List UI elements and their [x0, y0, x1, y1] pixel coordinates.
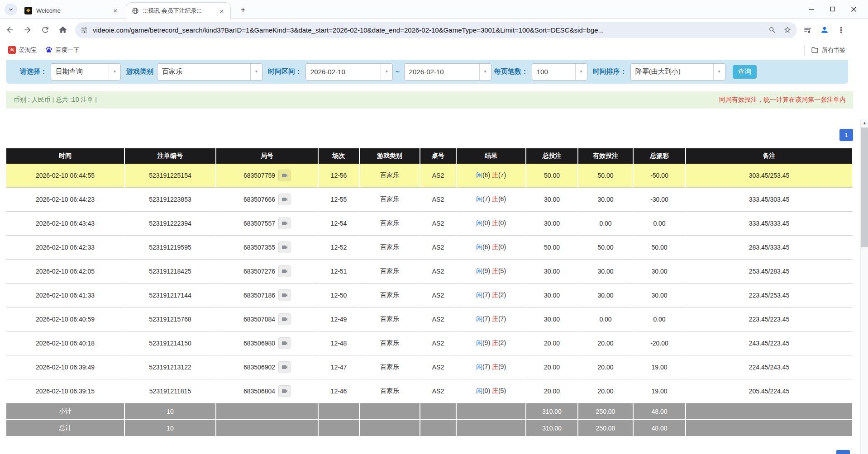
video-replay-button[interactable]: [278, 385, 291, 397]
query-type-select[interactable]: 日期查询 ▼: [51, 63, 121, 80]
table-cell: 小计: [6, 403, 125, 420]
time-range-label: 时间区间：: [268, 67, 302, 76]
table-cell: AS2: [420, 355, 457, 379]
table-cell: 百家乐: [360, 212, 420, 236]
video-replay-button[interactable]: [278, 241, 291, 253]
tab-close-icon[interactable]: ×: [218, 7, 226, 15]
reload-button[interactable]: [38, 22, 53, 38]
pagination-page-1-bottom[interactable]: 1: [836, 450, 850, 454]
table-cell: 20.00: [526, 331, 578, 355]
table-cell: AS2: [420, 379, 457, 403]
table-cell: 30.00: [634, 260, 686, 284]
page-scrollbar[interactable]: ▲: [860, 119, 868, 454]
menu-dots-icon[interactable]: ⋮: [837, 25, 845, 35]
table-cell: [420, 403, 457, 420]
video-replay-button[interactable]: [278, 337, 291, 349]
tab-bet-record[interactable]: :::视讯 会员下注纪录::: ×: [126, 2, 231, 19]
forward-button[interactable]: [20, 22, 35, 38]
scrollbar-up-arrow[interactable]: ▲: [861, 119, 868, 127]
home-button[interactable]: [55, 22, 71, 38]
table-cell: [319, 403, 360, 420]
table-cell: AS2: [420, 307, 457, 331]
table-cell: 30.00: [578, 260, 634, 284]
table-cell: 30.00: [526, 212, 578, 236]
table-cell: 30.00: [526, 188, 578, 212]
table-cell: 20.00: [526, 355, 578, 379]
column-header: 有效投注: [578, 148, 634, 164]
tab-search-button[interactable]: [5, 4, 17, 15]
bookmark-aitaobao[interactable]: 淘 爱淘宝: [8, 46, 37, 54]
time-sort-select[interactable]: 降幂(由大到小) ▼: [630, 63, 725, 80]
media-controls-icon[interactable]: [803, 26, 812, 34]
round-number: 683507557: [243, 220, 275, 227]
chevron-down-icon: [8, 6, 14, 13]
round-number: 683506902: [243, 364, 275, 371]
table-cell: 30.00: [526, 260, 578, 284]
profile-avatar-icon[interactable]: [820, 25, 829, 34]
table-cell: 303.45/253.45: [686, 164, 853, 188]
date-end-input[interactable]: 2026-02-10 ▼: [404, 63, 491, 80]
video-replay-button[interactable]: [278, 170, 291, 181]
table-cell: 310.00: [526, 403, 578, 420]
column-header: 桌号: [420, 148, 457, 164]
url-text: videoie.com/game/betrecord_search/kind3?…: [93, 26, 768, 34]
window-maximize-button[interactable]: [822, 0, 843, 18]
table-cell: 闲(0) 庄(0): [457, 212, 526, 236]
dropdown-arrow-icon: ▼: [250, 64, 262, 80]
table-cell: 523191222394: [125, 212, 216, 236]
table-cell: 百家乐: [360, 284, 420, 307]
per-page-select[interactable]: 100 ▼: [532, 63, 587, 80]
dropdown-arrow-icon: ▼: [575, 64, 587, 80]
table-cell: 333.45/303.45: [686, 188, 853, 212]
tab-close-icon[interactable]: ×: [111, 6, 119, 14]
tab-welcome[interactable]: Welcome ×: [19, 2, 124, 19]
game-type-label: 游戏类别: [126, 67, 153, 76]
select-type-label: 请选择：: [20, 67, 47, 76]
column-header: 结果: [457, 148, 526, 164]
video-replay-button[interactable]: [278, 218, 291, 229]
round-number: 683507186: [243, 292, 275, 299]
table-cell: 12-46: [319, 379, 360, 403]
game-type-select[interactable]: 百家乐 ▼: [157, 63, 262, 80]
table-cell: 683507276: [216, 260, 319, 284]
table-cell: 683507759: [216, 164, 319, 188]
table-sum-row: 小计10310.00250.0048.00: [6, 403, 853, 420]
back-button[interactable]: [2, 22, 18, 38]
all-bookmarks-button[interactable]: 所有书签: [804, 45, 845, 55]
table-cell: 百家乐: [360, 260, 420, 284]
address-bar[interactable]: videoie.com/game/betrecord_search/kind3?…: [75, 22, 797, 38]
table-cell: 2026-02-10 06:39:15: [6, 379, 125, 403]
table-cell: [319, 420, 360, 437]
window-minimize-button[interactable]: [801, 0, 822, 18]
table-cell: 闲(6) 庄(7): [457, 164, 526, 188]
table-cell: 683507557: [216, 212, 319, 236]
table-sum-row: 总计10310.00250.0048.00: [6, 420, 853, 437]
video-replay-button[interactable]: [278, 194, 291, 205]
bookmark-star-icon[interactable]: [783, 26, 792, 34]
table-cell: 2026-02-10 06:40:18: [6, 331, 125, 355]
video-replay-button[interactable]: [278, 289, 291, 301]
table-cell: 总计: [6, 420, 125, 437]
video-replay-button[interactable]: [278, 265, 291, 277]
site-info-icon[interactable]: [81, 26, 88, 34]
video-replay-button[interactable]: [278, 313, 291, 325]
query-button[interactable]: 查询: [733, 65, 757, 79]
column-header: 总投注: [526, 148, 578, 164]
video-replay-button[interactable]: [278, 361, 291, 373]
table-cell: 10: [125, 420, 216, 437]
date-start-input[interactable]: 2026-02-10 ▼: [305, 63, 393, 80]
table-cell: 250.00: [578, 403, 634, 420]
new-tab-button[interactable]: +: [237, 4, 249, 16]
table-row: 2026-02-10 06:42:05523191218425683507276…: [6, 260, 853, 284]
per-page-label: 每页笔数：: [494, 67, 528, 76]
pagination-page-1-top[interactable]: 1: [839, 129, 853, 141]
table-cell: 12-52: [319, 236, 360, 260]
table-cell: 百家乐: [360, 188, 420, 212]
zoom-icon[interactable]: [768, 26, 776, 34]
window-close-button[interactable]: [843, 0, 864, 18]
scrollbar-thumb[interactable]: [861, 128, 868, 247]
table-cell: 闲(9) 庄(2): [457, 331, 526, 355]
bookmark-baidu[interactable]: 百度一下: [45, 46, 79, 54]
table-cell: 523191223853: [125, 188, 216, 212]
welcome-favicon: [24, 7, 32, 14]
